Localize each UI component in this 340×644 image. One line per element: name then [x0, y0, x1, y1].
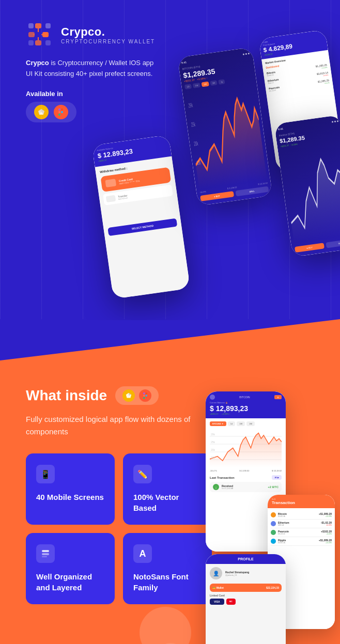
- brand-bold: Crypco: [26, 59, 49, 67]
- svg-rect-30: [143, 395, 145, 397]
- svg-rect-4: [28, 23, 34, 28]
- phone-invoice: 9:41 Invoice (ETH) $1,289.35 +$201,37 +3…: [274, 115, 340, 257]
- font-icon: A: [133, 544, 152, 563]
- svg-rect-18: [61, 108, 63, 111]
- svg-text:29k: 29k: [211, 433, 215, 436]
- svg-rect-7: [45, 40, 51, 45]
- phone-profile: PROFILE 👤 Rachel Simatupang @jakarta_01 …: [206, 554, 286, 644]
- sketch-icon-bottom: [122, 389, 135, 402]
- tools-row: [26, 102, 76, 122]
- card-title-font: NotoSans Font Family: [133, 571, 202, 593]
- svg-text:25k: 25k: [191, 121, 196, 128]
- svg-rect-19: [58, 111, 60, 113]
- feature-card-organized: Well Organized and Layered: [26, 533, 115, 604]
- svg-rect-32: [143, 397, 145, 399]
- phone-bitcoin-main: 9:41 BITCOIN (ETH) $1,289.35 +$201.37 +3…: [178, 47, 273, 206]
- svg-rect-33: [42, 550, 49, 552]
- svg-rect-28: [143, 392, 145, 395]
- svg-text:10k: 10k: [211, 456, 215, 459]
- feature-card-mobile-screens: 📱 40 Mobile Screens: [26, 453, 115, 525]
- last-transaction-label: Last Transaction: [210, 476, 235, 479]
- bottom-section: What inside Fully customized logical app…: [0, 360, 340, 644]
- card-title-mobile: 40 Mobile Screens: [36, 492, 104, 502]
- diagonal-cut: [0, 319, 340, 360]
- tools-pill-bottom: [115, 386, 159, 405]
- brand-logo-icon: [26, 21, 54, 49]
- svg-rect-2: [42, 32, 49, 37]
- phones-area: 9:41 BITCOIN (ETH) $1,289.35 +$201.37 +3…: [138, 31, 340, 320]
- feature-cards-grid: 📱 40 Mobile Screens ✏️ 100% Vector Based…: [26, 453, 212, 604]
- svg-rect-5: [45, 23, 51, 28]
- svg-rect-6: [28, 40, 34, 45]
- organized-icon: [36, 544, 55, 563]
- phone-withdraw: Available Balance $ 12.893,23 +$291.37 W…: [92, 135, 190, 299]
- svg-rect-0: [35, 23, 41, 28]
- bottom-phones: BITCOIN B Current Balance 🔥 $ 12,893,23 …: [195, 391, 340, 644]
- svg-text:29k: 29k: [188, 102, 193, 109]
- svg-rect-35: [42, 556, 47, 557]
- top-section: Crypco. CRYPTOCURRENCY WALLET Crypco is …: [0, 0, 340, 320]
- svg-rect-3: [35, 40, 41, 45]
- svg-text:20k: 20k: [193, 140, 198, 147]
- card-title-organized: Well Organized and Layered: [36, 571, 104, 593]
- section-description: Fully customized logical app flow with d…: [26, 413, 196, 438]
- section-title: What inside: [26, 387, 107, 404]
- svg-rect-31: [145, 395, 147, 397]
- sketch-icon: [34, 105, 49, 119]
- svg-rect-21: [58, 114, 60, 116]
- figma-icon: [54, 105, 68, 119]
- svg-rect-17: [58, 108, 60, 111]
- vector-icon: ✏️: [133, 465, 152, 483]
- svg-rect-34: [42, 553, 49, 555]
- card-title-vector: 100% Vector Based: [133, 492, 202, 513]
- svg-text:25k: 25k: [211, 441, 215, 444]
- mobile-screens-icon: 📱: [36, 465, 55, 483]
- figma-icon-bottom: [139, 389, 151, 402]
- svg-rect-20: [61, 111, 63, 113]
- svg-rect-29: [145, 392, 147, 395]
- all-transactions-link[interactable]: All ▶: [272, 475, 282, 480]
- svg-text:20k: 20k: [211, 448, 215, 451]
